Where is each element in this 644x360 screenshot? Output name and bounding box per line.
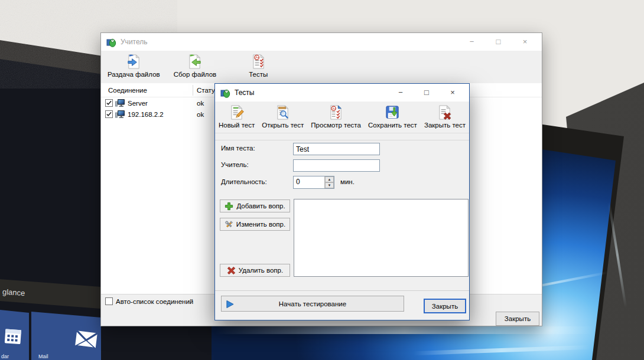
connection-name: 192.168.2.2 — [128, 111, 164, 118]
spin-up-icon[interactable]: ▲ — [325, 176, 334, 182]
close-test-label: Закрыть тест — [424, 122, 466, 129]
collect-files-button[interactable]: Сбор файлов — [168, 52, 222, 79]
add-question-label: Добавить вопр. — [236, 202, 285, 210]
close-icon[interactable]: × — [440, 84, 466, 102]
svg-text:A+: A+ — [333, 107, 336, 110]
tests-icon: A+ — [251, 54, 266, 70]
spin-down-icon[interactable]: ▼ — [325, 182, 334, 188]
edit-question-button[interactable]: Изменить вопр. — [220, 218, 290, 231]
delete-question-label: Удалить вопр. — [239, 267, 283, 274]
mail-icon — [74, 329, 98, 349]
auto-connections-checkbox[interactable]: Авто-список соединений — [105, 297, 193, 305]
light-beam — [216, 326, 594, 334]
open-test-label: Открыть тест — [262, 122, 304, 129]
play-icon — [226, 300, 235, 309]
maximize-icon[interactable]: □ — [414, 84, 440, 102]
duration-value[interactable]: 0 — [294, 176, 324, 188]
start-testing-label: Начать тестирование — [222, 300, 404, 307]
teacher-close-button[interactable]: Закрыть — [496, 312, 539, 326]
close-test-icon — [437, 104, 453, 120]
calendar-tile: dar — [0, 310, 29, 360]
connection-name: Server — [128, 100, 148, 107]
tests-toolbar: Новый тест Открыть тест A+ — [215, 102, 469, 133]
minimize-icon[interactable]: − — [458, 33, 485, 51]
tests-dialog: Тесты − □ × Новый тест — [214, 83, 470, 320]
teacher-label: Учитель: — [221, 161, 249, 168]
maximize-icon[interactable]: □ — [485, 33, 512, 51]
checkbox-unchecked[interactable] — [105, 297, 113, 305]
svg-text:A+: A+ — [255, 55, 259, 59]
close-test-button[interactable]: Закрыть тест — [423, 103, 467, 130]
connection-column-header[interactable]: Соединение — [101, 87, 147, 94]
teacher-window-title: Учитель — [121, 38, 147, 46]
edit-question-label: Изменить вопр. — [236, 221, 285, 228]
new-test-label: Новый тест — [219, 122, 255, 129]
tests-button[interactable]: A+ Тесты — [243, 52, 273, 79]
questions-listbox[interactable] — [294, 199, 469, 277]
start-testing-button[interactable]: Начать тестирование — [221, 296, 404, 312]
tests-label: Тесты — [249, 71, 268, 78]
calendar-icon — [3, 326, 23, 346]
spinner-buttons: ▲ ▼ — [324, 176, 334, 188]
auto-connections-label: Авто-список соединений — [116, 298, 193, 305]
app-icon — [220, 88, 230, 98]
add-question-button[interactable]: Добавить вопр. — [220, 199, 290, 212]
view-test-label: Просмотр теста — [311, 122, 361, 129]
edit-tools-icon — [225, 220, 233, 229]
mail-tile: Mail — [31, 312, 101, 360]
save-test-icon — [385, 104, 401, 120]
new-test-button[interactable]: Новый тест — [217, 103, 256, 130]
duration-stepper[interactable]: 0 ▲ ▼ — [293, 176, 334, 189]
computer-icon — [115, 99, 125, 107]
add-icon — [225, 202, 233, 211]
panel-separator — [215, 140, 469, 140]
duration-label: Длительность: — [221, 178, 267, 185]
open-test-button[interactable]: Открыть тест — [261, 103, 305, 130]
mail-tile-label: Mail — [38, 354, 48, 359]
open-test-icon — [275, 104, 291, 120]
column-divider[interactable] — [193, 85, 193, 96]
bottom-separator — [215, 290, 469, 291]
delete-icon — [227, 266, 236, 275]
view-test-button[interactable]: A+ Просмотр теста — [310, 103, 362, 130]
minimize-icon[interactable]: − — [388, 84, 414, 102]
checkbox-checked[interactable] — [105, 110, 113, 118]
calendar-tile-label: dar — [1, 354, 9, 359]
new-test-icon — [229, 104, 245, 120]
tests-window-controls: − □ × — [388, 84, 466, 102]
close-icon[interactable]: × — [512, 33, 538, 51]
view-test-icon: A+ — [328, 104, 344, 120]
distribute-files-label: Раздача файлов — [108, 71, 160, 78]
save-test-label: Сохранить тест — [368, 122, 417, 129]
save-test-button[interactable]: Сохранить тест — [367, 103, 418, 130]
teacher-input[interactable] — [293, 159, 380, 172]
tests-close-button[interactable]: Закрыть — [424, 299, 466, 313]
teacher-window-controls: − □ × — [458, 33, 538, 51]
connection-status: ok — [197, 111, 204, 118]
teacher-titlebar[interactable]: Учитель − □ × — [101, 33, 542, 51]
app-icon — [106, 37, 116, 47]
distribute-files-button[interactable]: Раздача файлов — [102, 52, 165, 79]
test-name-label: Имя теста: — [221, 145, 255, 152]
duration-unit-label: мин. — [340, 178, 354, 185]
tests-dialog-title: Тесты — [235, 89, 254, 97]
doc-send-icon — [126, 54, 142, 70]
checkbox-checked[interactable] — [105, 99, 113, 107]
teacher-toolbar: Раздача файлов Сбор файлов A+ Тесты — [101, 51, 542, 83]
collect-files-label: Сбор файлов — [174, 71, 217, 78]
connection-status: ok — [197, 100, 204, 107]
glance-label: glance — [2, 287, 25, 298]
tests-titlebar[interactable]: Тесты − □ × — [215, 84, 469, 102]
desktop: glance dar Mail Учитель − — [0, 0, 644, 360]
computer-icon — [115, 110, 125, 119]
test-name-input[interactable] — [293, 143, 380, 155]
delete-question-button[interactable]: Удалить вопр. — [220, 264, 290, 277]
doc-collect-icon — [187, 54, 203, 70]
